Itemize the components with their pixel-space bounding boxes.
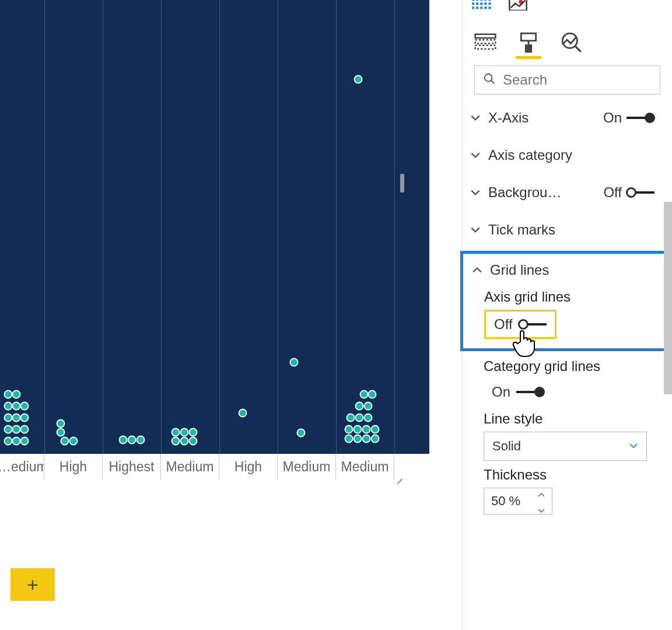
chart-plot-area [0, 0, 429, 454]
chart-data-point[interactable] [69, 437, 78, 446]
chart-data-point[interactable] [239, 409, 247, 418]
chart-data-point[interactable] [136, 436, 145, 444]
analytics-pane-icon[interactable] [508, 0, 528, 13]
search-icon [483, 72, 496, 88]
chart-data-point[interactable] [128, 436, 136, 444]
formatting-pane: X-Axis On Axis category Backgrou… [462, 0, 672, 630]
chart-data-point[interactable] [189, 437, 198, 446]
chevron-down-icon [468, 111, 482, 125]
svg-rect-0 [472, 0, 474, 1]
chart-category-gridline [394, 0, 395, 454]
chart-visual[interactable]: …ediumHighHighestMediumHighMediumMedium [0, 0, 429, 481]
chart-data-point[interactable] [20, 402, 29, 411]
chart-category-gridline [103, 0, 103, 454]
chart-data-point[interactable] [297, 429, 306, 438]
search-input-wrap[interactable] [474, 65, 660, 94]
svg-point-22 [485, 74, 492, 82]
category-grid-lines-toggle[interactable] [516, 388, 544, 396]
stepper-down-icon[interactable] [538, 502, 545, 517]
chart-data-point[interactable] [20, 425, 29, 434]
chart-data-point[interactable] [4, 437, 13, 446]
chart-data-point[interactable] [180, 428, 189, 437]
chart-data-point[interactable] [119, 436, 128, 444]
chart-data-point[interactable] [364, 414, 373, 422]
chart-data-point[interactable] [368, 390, 377, 399]
svg-rect-13 [484, 6, 487, 9]
chart-data-point[interactable] [12, 437, 21, 446]
prop-grid-lines-highlight: Grid lines Axis grid lines Off [460, 251, 667, 351]
prop-x-axis[interactable]: X-Axis On [463, 99, 672, 136]
chart-category-gridline [44, 0, 45, 454]
search-input[interactable] [503, 72, 652, 88]
chart-data-point[interactable] [345, 425, 354, 434]
pane-scrollbar-thumb[interactable] [664, 202, 672, 394]
chart-scrollbar-thumb[interactable] [400, 174, 404, 192]
chart-data-point[interactable] [362, 435, 371, 443]
chart-data-point[interactable] [354, 75, 363, 84]
line-style-select[interactable]: Solid [484, 432, 647, 461]
chart-data-point[interactable] [57, 428, 65, 437]
report-canvas[interactable]: …ediumHighHighestMediumHighMediumMedium … [0, 0, 462, 630]
chart-data-point[interactable] [364, 402, 373, 411]
chart-data-point[interactable] [4, 390, 13, 399]
chart-data-point[interactable] [354, 425, 362, 434]
chart-data-point[interactable] [61, 437, 69, 446]
chart-data-point[interactable] [4, 402, 13, 411]
chart-axis-label: Medium [336, 454, 394, 480]
category-grid-lines-toggle-text: On [492, 384, 510, 400]
chart-data-point[interactable] [12, 390, 21, 399]
chart-data-point[interactable] [354, 435, 362, 443]
category-grid-lines-toggle-wrap: On [484, 379, 552, 405]
chart-data-point[interactable] [345, 435, 354, 443]
chart-data-point[interactable] [12, 402, 21, 411]
chart-data-point[interactable] [4, 425, 13, 434]
chart-data-point[interactable] [355, 414, 364, 422]
x-axis-toggle[interactable] [626, 114, 654, 122]
x-axis-label: X-Axis [488, 110, 597, 126]
svg-rect-8 [484, 2, 487, 5]
axis-grid-lines-toggle[interactable] [519, 320, 547, 328]
chart-data-point[interactable] [180, 437, 189, 446]
chart-data-point[interactable] [12, 414, 21, 422]
chart-data-point[interactable] [172, 437, 180, 446]
svg-point-21 [562, 33, 577, 48]
svg-rect-5 [472, 2, 474, 5]
fields-tab[interactable] [472, 29, 499, 56]
add-page-button[interactable]: + [10, 568, 55, 601]
chart-category-gridline [219, 0, 220, 454]
chart-resize-handle[interactable] [392, 469, 402, 480]
thickness-label: Thickness [484, 467, 672, 483]
chart-data-point[interactable] [57, 419, 65, 428]
chart-data-point[interactable] [346, 414, 355, 422]
chart-data-point[interactable] [189, 428, 198, 437]
svg-rect-2 [480, 0, 482, 1]
stepper-up-icon[interactable] [538, 485, 545, 501]
prop-axis-category[interactable]: Axis category [463, 136, 672, 174]
format-tab[interactable] [515, 29, 542, 56]
chart-data-point[interactable] [371, 435, 380, 443]
chart-data-point[interactable] [172, 428, 180, 437]
prop-grid-lines[interactable]: Grid lines [466, 255, 662, 285]
chart-axis-label: Medium [161, 454, 219, 480]
chart-data-point[interactable] [371, 425, 380, 434]
visualizations-icon[interactable] [472, 0, 492, 13]
chart-data-point[interactable] [4, 414, 13, 422]
chart-category-gridline [278, 0, 278, 454]
thickness-unit: % [509, 494, 521, 508]
prop-background[interactable]: Backgrou… Off [463, 174, 672, 211]
chart-data-point[interactable] [12, 425, 21, 434]
chart-data-point[interactable] [20, 414, 29, 422]
chart-data-point[interactable] [362, 425, 371, 434]
chart-data-point[interactable] [20, 437, 29, 446]
chart-data-point[interactable] [360, 390, 369, 399]
chart-data-point[interactable] [355, 402, 364, 411]
background-label: Backgrou… [488, 184, 597, 201]
chart-data-point[interactable] [290, 358, 299, 367]
background-toggle[interactable] [626, 188, 654, 197]
chevron-down-icon [468, 223, 482, 237]
axis-grid-lines-label: Axis grid lines [484, 289, 662, 305]
chart-axis-label: High [44, 454, 103, 480]
prop-tick-marks[interactable]: Tick marks [463, 211, 672, 249]
analytics-tab[interactable] [558, 29, 585, 56]
thickness-stepper[interactable]: 50 % [484, 488, 552, 514]
